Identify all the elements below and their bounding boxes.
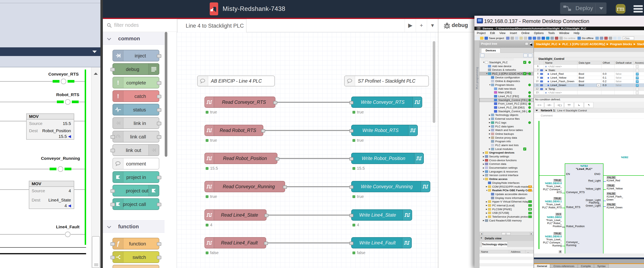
write-node[interactable]: Write Robot_Position <box>351 153 424 164</box>
input-port[interactable] <box>350 129 354 133</box>
tree-right-arrow-icon[interactable]: ▶ <box>483 171 485 173</box>
tab-technology-objects[interactable]: Technology objects <box>482 242 508 247</box>
tree-item[interactable]: ▶PC internal [Local] <box>480 204 534 207</box>
close-branch-icon[interactable]: ↰ <box>584 102 594 108</box>
redo-icon[interactable] <box>533 37 536 40</box>
diagnostics-icon[interactable] <box>596 37 599 40</box>
tree-item[interactable]: ▶Version control interface <box>480 174 534 177</box>
menu-item-options[interactable]: Options <box>534 31 544 35</box>
name-cell[interactable]: <Add new> <box>544 91 578 94</box>
datatype-cell[interactable] <box>578 87 602 91</box>
output-port[interactable] <box>157 95 161 98</box>
default-cell[interactable] <box>614 65 634 68</box>
name-cell[interactable]: Line4_Yellow <box>544 76 578 80</box>
menu-item-window[interactable]: Window <box>559 31 569 35</box>
inspector-tab-syntax[interactable]: Syntax <box>594 264 608 268</box>
read-node[interactable]: Read Conveyor_RTS <box>204 96 276 108</box>
tree-right-arrow-icon[interactable]: ▶ <box>486 201 488 203</box>
tree-item[interactable]: ▼Realtek PCIe GBE Family Con... <box>480 188 534 192</box>
output-port[interactable] <box>157 54 161 58</box>
tree-item[interactable]: ▶External source files <box>480 117 534 121</box>
interface-row[interactable]: 9Line4_YellowBool0.1false✓ <box>534 76 644 80</box>
tree-right-arrow-icon[interactable]: ▶ <box>483 167 485 169</box>
start-cpu-icon[interactable] <box>550 37 554 40</box>
tree-item[interactable]: Main [OB1] <box>480 91 534 94</box>
tree-item[interactable]: ▶USB [S7USB] <box>480 211 534 215</box>
write-node[interactable]: Write Line4_State <box>351 209 412 221</box>
tree-item[interactable]: From_Line4_PLC [DB1] <box>480 102 534 106</box>
tree-item[interactable]: Add new device <box>480 64 534 68</box>
output-port[interactable] <box>157 256 161 259</box>
input-port[interactable] <box>110 189 115 193</box>
tree-filter-icon[interactable] <box>480 54 484 57</box>
tree-item[interactable]: ▼Program blocks <box>480 83 534 87</box>
accessible-checkbox[interactable]: ✓ <box>636 84 639 87</box>
stop-cpu-icon[interactable] <box>555 37 558 40</box>
input-port[interactable] <box>350 157 354 161</box>
breadcrumb-item[interactable]: Stacklight_Co <box>637 42 644 46</box>
accessible-cell[interactable] <box>634 87 644 91</box>
tree-item[interactable]: ▶Common data <box>480 162 534 166</box>
tree-right-arrow-icon[interactable]: ▶ <box>486 204 488 206</box>
output-coil[interactable] <box>65 232 70 237</box>
tree-right-arrow-icon[interactable]: ▶ <box>489 121 491 124</box>
palette-node-function[interactable]: ƒfunction <box>112 238 159 250</box>
tree-item[interactable]: ▶Documentation settings <box>480 166 534 170</box>
tree-item[interactable]: Line4_PLC_DB [DB2] <box>480 106 534 109</box>
copy-icon[interactable] <box>515 37 518 40</box>
ladder-collapsed-title-band[interactable] <box>0 47 100 56</box>
datatype-cell[interactable]: Bool <box>578 72 602 76</box>
menu-item-project[interactable]: Project <box>477 31 486 35</box>
tree-down-arrow-icon[interactable]: ▼ <box>486 72 488 75</box>
interface-row[interactable]: 10Line4_Flash_GreenBool0.2false✓ <box>534 80 644 83</box>
network-comment[interactable]: Comment <box>534 113 644 118</box>
menu-item-view[interactable]: View <box>500 31 506 35</box>
paste-icon[interactable] <box>520 37 523 40</box>
input-port[interactable] <box>350 214 354 217</box>
tree-item[interactable]: Stacklight_Control [FB1] <box>480 98 534 102</box>
input-port[interactable] <box>110 68 115 71</box>
open-branch-icon[interactable]: ↳ <box>574 102 584 108</box>
input-port[interactable] <box>110 242 115 246</box>
tree-item[interactable]: ▶Watch and force tables <box>480 128 534 132</box>
tree-right-arrow-icon[interactable]: ▶ <box>483 152 485 154</box>
palette-node-switch[interactable]: switch <box>112 251 159 263</box>
menu-item-edit[interactable]: Edit <box>490 31 495 35</box>
tree-item[interactable]: ▶Online backups <box>480 132 534 136</box>
network-canvas[interactable]: %DB2"Line4_PLC_DB"%FB2"Line4_PLC"ENENOTR… <box>534 118 644 254</box>
tree-item[interactable]: ▼Stacklight_PLC✓ <box>480 60 534 64</box>
tree-down-arrow-icon[interactable]: ▼ <box>483 178 485 180</box>
offset-cell[interactable]: 0.2 <box>602 80 614 83</box>
accessible-cell[interactable]: ✓ <box>634 83 644 87</box>
input-port[interactable] <box>110 135 115 139</box>
tree-right-arrow-icon[interactable]: ▶ <box>483 159 485 161</box>
inspector-tab-cross-references[interactable]: Cross-references <box>550 264 578 268</box>
default-cell[interactable]: false <box>614 80 634 83</box>
accessible-cell[interactable]: ✓ <box>634 80 644 83</box>
menu-item-insert[interactable]: Insert <box>510 31 517 35</box>
tree-right-arrow-icon[interactable]: ▶ <box>486 216 488 218</box>
palette-category-function[interactable]: function <box>103 220 164 233</box>
go-offline-label[interactable]: Go offline <box>582 37 594 40</box>
add-flow-button[interactable]: + <box>416 19 427 32</box>
output-port[interactable] <box>283 185 287 189</box>
inspector-tab-compile[interactable]: Compile <box>578 264 594 268</box>
offset-cell[interactable]: 0.0 <box>602 72 614 76</box>
write-node[interactable]: Write Robot_RTS <box>351 125 418 136</box>
print-icon[interactable] <box>506 37 510 40</box>
deploy-button[interactable]: Deploy <box>560 2 606 14</box>
input-port[interactable] <box>350 185 354 189</box>
download-icon[interactable] <box>542 37 545 40</box>
output-port[interactable] <box>157 108 161 112</box>
accessible-cell[interactable]: ✓ <box>634 76 644 80</box>
scroll-up-icon[interactable] <box>94 72 98 75</box>
tree-new-icon[interactable] <box>528 54 532 57</box>
new-project-icon[interactable] <box>476 37 479 40</box>
scroll-right-icon[interactable]: ▶ <box>530 232 533 235</box>
tree-right-arrow-icon[interactable]: ▶ <box>489 133 491 135</box>
palette-node-inject[interactable]: inject <box>112 50 159 61</box>
tree-item[interactable]: Device configuration <box>480 76 534 79</box>
rdp-titlebar[interactable]: 192.168.0.137 - Remote Desktop Connectio… <box>474 16 644 26</box>
input-port[interactable] <box>110 149 115 152</box>
mov-instruction[interactable]: MOVSource4DestLine4_State4◀ <box>29 181 74 209</box>
